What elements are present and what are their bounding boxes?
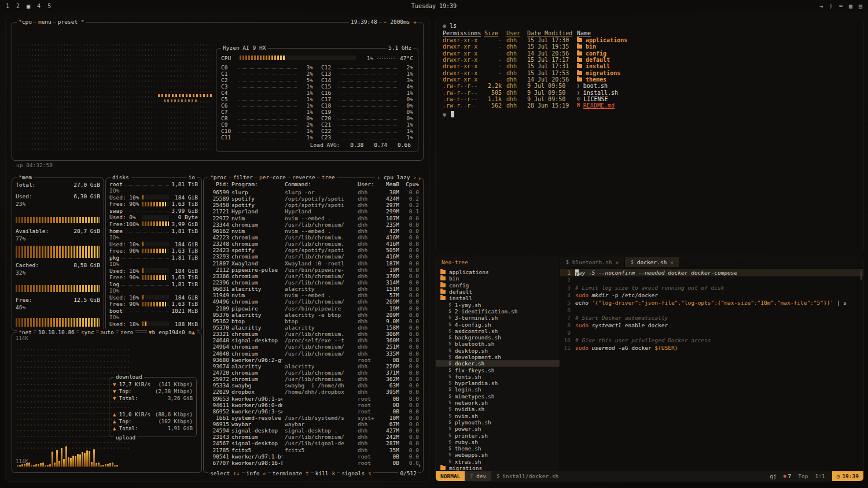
info-button[interactable]: info ⏎ bbox=[245, 470, 268, 476]
process-row[interactable]: 86952kworker/u96:3-sdroot0B0.0 bbox=[207, 408, 420, 415]
tree-item-bin[interactable]: bin bbox=[436, 275, 560, 282]
process-row[interactable]: 24040chromium/usr/lib/chromium/dhh335M0.… bbox=[207, 350, 420, 357]
select-button[interactable]: select ↑↓ bbox=[208, 470, 242, 476]
process-row[interactable]: 2112pipewire-pulse/usr/bin/pipewire-dhh1… bbox=[207, 267, 420, 273]
bluetooth-icon[interactable]: ᛒ bbox=[829, 3, 833, 9]
tab-docker.sh[interactable]: $docker.sh× bbox=[625, 257, 680, 267]
sort-selector[interactable]: ‹ cpu lazy › bbox=[375, 174, 418, 180]
signals-button[interactable]: signals s bbox=[340, 470, 373, 476]
terminate-button[interactable]: terminate t bbox=[271, 470, 311, 476]
close-icon[interactable]: × bbox=[670, 260, 673, 265]
tree-item-hyprlandia.sh[interactable]: $hyprlandia.sh bbox=[436, 380, 560, 386]
tree-item-login.sh[interactable]: $login.sh bbox=[436, 386, 560, 393]
logout-icon[interactable]: ⇥ bbox=[819, 3, 823, 9]
process-row[interactable]: 22423spotify/opt/spotify/spotidhh505M0.0 bbox=[207, 247, 420, 253]
scroll-down-icon[interactable]: ↓ bbox=[418, 462, 421, 468]
sync-button[interactable]: sync bbox=[79, 329, 96, 335]
interval-minus[interactable]: − bbox=[384, 19, 387, 25]
tree-item-network.sh[interactable]: $network.sh bbox=[436, 400, 560, 406]
process-row[interactable]: 24964chromium/usr/lib/chromium/dhh251M0.… bbox=[207, 343, 420, 350]
tree-item-nvim.sh[interactable]: $nvim.sh bbox=[436, 413, 560, 419]
tree-item-2-identification.sh[interactable]: $2-identification.sh bbox=[436, 308, 560, 315]
tree-item-theme.sh[interactable]: $theme.sh bbox=[436, 445, 560, 452]
process-row[interactable]: 23366chromium/usr/lib/chromium/dhh376M0.… bbox=[207, 273, 420, 279]
process-row[interactable]: 95362btopbtopdhh9.0M0.0 bbox=[207, 318, 420, 324]
process-row[interactable]: 25458spotify/opt/spotify/spotidhh297M0.2 bbox=[207, 202, 420, 208]
process-row[interactable]: 93674alacrittyalacrittydhh226M0.0 bbox=[207, 363, 420, 369]
tree-item-backgrounds.sh[interactable]: $backgrounds.sh bbox=[436, 334, 560, 341]
workspace-3[interactable]: ▣ bbox=[27, 3, 30, 9]
process-row[interactable]: 23293chromium/usr/lib/chromium/dhh416M0.… bbox=[207, 253, 420, 260]
tree-item-printer.sh[interactable]: $printer.sh bbox=[436, 432, 560, 438]
close-icon[interactable]: × bbox=[615, 260, 618, 265]
process-row[interactable]: 89653kworker/u96:1-sdroot0B0.0 bbox=[207, 395, 420, 402]
zero-button[interactable]: zero bbox=[119, 329, 135, 335]
menu-icon[interactable]: ▤ bbox=[859, 3, 862, 9]
process-row[interactable]: 31949nvimnvim --embed .dhh57M0.0 bbox=[207, 292, 420, 298]
io-toggle[interactable]: io bbox=[187, 174, 197, 180]
tree-item-3-terminal.sh[interactable]: $3-terminal.sh bbox=[436, 315, 560, 321]
process-row[interactable]: 95334swaybgswaybg -i /home/dhdhh63M0.0 bbox=[207, 382, 420, 389]
tree-item-xtras.sh[interactable]: $xtras.sh bbox=[436, 459, 560, 465]
interval-control[interactable]: − 2000ms + bbox=[382, 19, 418, 25]
tree-item-plymouth.sh[interactable]: $plymouth.sh bbox=[436, 419, 560, 426]
process-row[interactable]: 21785fcitx5fcitx5dhh35M0.0 bbox=[207, 447, 420, 453]
process-row[interactable]: 94611kworker/u96:0-dmroot0B0.0 bbox=[207, 402, 420, 408]
tree-item-ruby.sh[interactable]: $ruby.sh bbox=[436, 439, 560, 445]
process-row[interactable]: 95370alacrittyalacrittydhh158M0.0 bbox=[207, 324, 420, 331]
tab-bluetooth.sh[interactable]: $bluetooth.sh× bbox=[560, 257, 625, 267]
tree-item-development.sh[interactable]: $development.sh bbox=[436, 354, 560, 360]
process-row[interactable]: 23248chromium/usr/lib/chromium.dhh416M0.… bbox=[207, 241, 420, 247]
process-row[interactable]: 23143chromium/usr/lib/chromium/dhh242M0.… bbox=[207, 434, 420, 440]
kill-button[interactable]: kill k bbox=[314, 470, 337, 476]
process-row[interactable]: 22029dropbox/home/dhh/.dropboxdhh395M0.0 bbox=[207, 389, 420, 395]
tree-item-webapps.sh[interactable]: $webapps.sh bbox=[436, 452, 560, 458]
process-row[interactable]: 93680kworker/u96:2-gfroot0B0.0 bbox=[207, 357, 420, 363]
tree-item-power.sh[interactable]: $power.sh bbox=[436, 426, 560, 432]
process-row[interactable]: 25589spotify/opt/spotify/spotidhh424M0.2 bbox=[207, 195, 420, 202]
process-row[interactable]: 24640signal-desktop/proc/self/exe --tdhh… bbox=[207, 337, 420, 343]
column-header[interactable]: Command: bbox=[285, 181, 355, 187]
column-header[interactable]: MemB bbox=[380, 181, 399, 187]
scroll-up-icon[interactable]: ↑ bbox=[418, 176, 421, 182]
preset-button[interactable]: preset * bbox=[56, 19, 86, 25]
process-row[interactable]: 21807XwaylandXwayland :0 -rootldhh187M0.… bbox=[207, 260, 420, 267]
tree-item-install[interactable]: install bbox=[436, 295, 560, 301]
column-header[interactable]: Cpu% bbox=[402, 181, 419, 187]
process-row[interactable]: 2109pipewire/usr/bin/pipewiredhh19M0.0 bbox=[207, 305, 420, 312]
tree-item-fonts.sh[interactable]: $fonts.sh bbox=[436, 374, 560, 380]
process-row[interactable]: 90541kworker/u97:1-btroot0B0.0 bbox=[207, 453, 420, 460]
process-row[interactable]: 1661systemd-resolve/usr/lib/systemd/ssys… bbox=[207, 415, 420, 421]
process-row[interactable]: 96162nvimnvim --embed .dhh42M0.0 bbox=[207, 228, 420, 234]
tree-item-migrations[interactable]: migrations bbox=[436, 465, 560, 471]
prompt-line[interactable]: ◉ bbox=[443, 110, 856, 117]
interval-plus[interactable]: + bbox=[413, 19, 417, 25]
column-header[interactable]: Program: bbox=[231, 181, 282, 187]
process-row[interactable]: 22396chromium/usr/lib/chromium/dhh314M0.… bbox=[207, 279, 420, 286]
workspace-5[interactable]: 5 bbox=[47, 3, 51, 9]
process-row[interactable]: 23321chromium/usr/lib/chromium.dhh306M0.… bbox=[207, 331, 420, 337]
process-row[interactable]: 96915waybarwaybardhh67M0.0 bbox=[207, 421, 420, 427]
workspace-4[interactable]: 4 bbox=[37, 3, 41, 9]
filter-button[interactable]: filter bbox=[231, 174, 255, 180]
tree-item-1-yay.sh[interactable]: $1-yay.sh bbox=[436, 301, 560, 308]
grid-icon[interactable]: ▦ bbox=[849, 3, 852, 9]
tree-item-applications[interactable]: applications bbox=[436, 269, 560, 275]
auto-button[interactable]: auto bbox=[99, 329, 116, 335]
tree-button[interactable]: tree bbox=[320, 174, 337, 180]
tree-item-bluetooth.sh[interactable]: $bluetooth.sh bbox=[436, 341, 560, 347]
scrollbar-thumb[interactable] bbox=[860, 271, 862, 280]
process-row[interactable]: 96031alacrittyalacrittydhh151M0.0 bbox=[207, 286, 420, 292]
terminal-window[interactable]: ◉ ls PermissionsSizeUserDate ModifiedNam… bbox=[436, 17, 863, 253]
code-editor[interactable]: 1yay -S --noconfirm --needed docker dock… bbox=[560, 267, 863, 471]
process-row[interactable]: 67707kworker/u98:16-broot0B0.0 bbox=[207, 460, 420, 466]
process-row[interactable]: 49496chromium/usr/lib/chromium/dhh269M0.… bbox=[207, 298, 420, 305]
process-row[interactable]: 22972nvimnvim --embed .dhh107M0.0 bbox=[207, 215, 420, 221]
tree-item-config[interactable]: config bbox=[436, 282, 560, 289]
process-row[interactable]: 21721HyprlandHyprlanddhh299M0.1 bbox=[207, 208, 420, 215]
process-row[interactable]: 24567signal-desktop/usr/lib/signal-dedhh… bbox=[207, 440, 420, 446]
process-row[interactable]: 23344chromium/usr/lib/chromium/dhh235M0.… bbox=[207, 221, 420, 228]
process-row[interactable]: 95376alacrittyalacritty -e btopdhh209M0.… bbox=[207, 312, 420, 318]
process-row[interactable]: 24720chromium/usr/lib/chromium/dhh371M0.… bbox=[207, 369, 420, 376]
tree-item-4-config.sh[interactable]: $4-config.sh bbox=[436, 321, 560, 327]
